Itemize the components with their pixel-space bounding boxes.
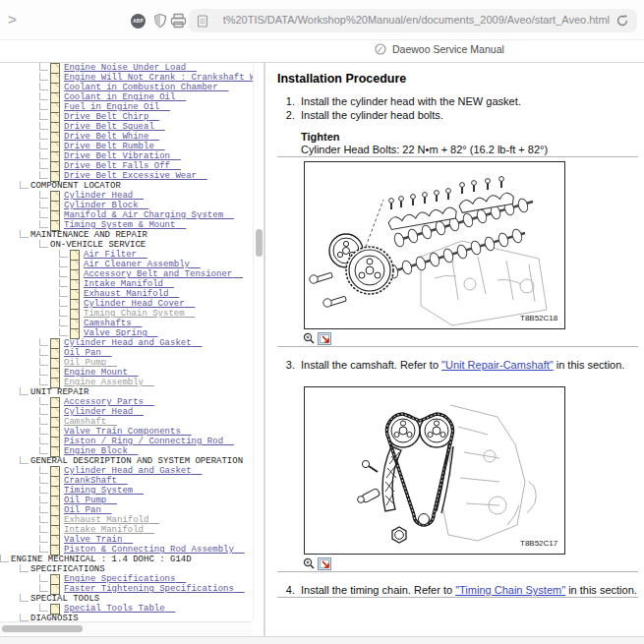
tree-link[interactable]: Cylinder Head and Gasket <box>64 338 202 348</box>
tree-link[interactable]: Oil Pump <box>64 358 117 368</box>
tree-link[interactable]: Cylinder Head Cover <box>84 299 195 309</box>
tree-link[interactable]: Timing System & Mount <box>64 220 186 230</box>
tree-branch-label[interactable]: COMPONENT LOCATOR <box>30 181 121 191</box>
tree-link[interactable]: Oil Pump <box>64 496 117 505</box>
tree-link[interactable]: Valve Train Components <box>64 427 192 437</box>
tree-link[interactable]: Drive Belt Rumble <box>64 142 165 151</box>
tree-branch-label[interactable]: GENERAL DESCRIPTION AND SYSTEM OPERATION <box>30 456 243 466</box>
step-number: 4. <box>280 583 295 597</box>
tree-link[interactable]: Engine Mount <box>64 368 139 378</box>
tree-connector <box>39 191 48 199</box>
tree-link[interactable]: Engine Will Not Crank : Crankshaft Wil <box>64 73 253 83</box>
tree-link[interactable]: Cylinder Head <box>64 407 144 417</box>
tree-link[interactable]: Special Tools Table <box>64 604 175 614</box>
document-icon <box>50 584 60 595</box>
tree-link[interactable]: Coolant in Engine Oil <box>64 92 186 102</box>
tree-link[interactable]: Valve Train <box>64 535 133 545</box>
timing-chain-system-link[interactable]: "Timing Chain System" <box>455 584 565 596</box>
tree-row: COMPONENT LOCATOR <box>0 181 253 191</box>
tree-link[interactable]: Fuel in Engine Oil <box>64 102 170 112</box>
tree-row: Oil Pump <box>0 496 253 505</box>
tree-link[interactable]: Intake Manifold <box>64 525 154 535</box>
unit-repair-camshaft-link[interactable]: "Unit Repair-Camshaft" <box>441 359 554 371</box>
tree-branch-label[interactable]: ENGINE MECHNICAL : 1.4 DOHC : G14D <box>11 555 192 564</box>
shield-icon[interactable] <box>152 13 168 29</box>
tree-branch-label[interactable]: ON-VEHICLE SERVICE <box>50 240 146 250</box>
reload-icon[interactable] <box>615 14 629 28</box>
timing-chain-figure-image: T8B52C17 <box>305 387 564 554</box>
tree-row: Camshaft <box>0 417 253 427</box>
tree-link[interactable]: Oil Pan <box>64 505 112 515</box>
tree-link[interactable]: Piston & Connecting Rod Assembly <box>64 545 245 555</box>
tree-link[interactable]: Engine Specifications <box>64 574 186 584</box>
tree-row: Camshafts <box>0 319 253 328</box>
tree-connector <box>39 545 48 553</box>
tree-row: CrankShaft <box>0 476 253 486</box>
tree-connector <box>39 112 48 120</box>
tree-link[interactable]: Manifold & Air Charging System <box>64 210 234 220</box>
tree-row: Oil Pan <box>0 505 253 515</box>
adblock-icon[interactable]: ABP <box>131 14 146 29</box>
vertical-scrollbar-thumb[interactable] <box>256 229 263 257</box>
tree-link[interactable]: Cylinder Head and Gasket <box>64 466 202 476</box>
tree-connector <box>39 378 48 385</box>
tree-link[interactable]: Exhaust Manifold <box>64 515 159 525</box>
tree-link[interactable]: Air Filter <box>84 250 147 260</box>
tree-branch-label[interactable]: SPECIFICATIONS <box>30 564 105 574</box>
open-image-icon[interactable] <box>318 332 332 346</box>
zoom-in-icon[interactable] <box>303 332 315 345</box>
tree-branch-label[interactable]: SPECIAL TOOLS <box>30 594 99 604</box>
tree-row: Drive Belt Falls Off <box>0 161 253 171</box>
tree-connector <box>39 476 48 484</box>
address-bar[interactable]: t%20TIS/DATA/Workshop%20Manual/en/docume… <box>189 9 637 32</box>
tree-link[interactable]: Drive Belt Vibration <box>64 151 181 161</box>
tree-connector <box>20 594 29 602</box>
tree-branch-label[interactable]: UNIT REPAIR <box>30 387 88 397</box>
tree-link[interactable]: Air Cleaner Assembly <box>84 260 201 269</box>
tree-row: Intake Manifold <box>0 525 253 535</box>
tree-row: GENERAL DESCRIPTION AND SYSTEM OPERATION <box>0 456 253 466</box>
tree-link[interactable]: Accessory Parts <box>64 397 154 407</box>
sidebar-horizontal-scrollbar[interactable] <box>0 621 252 635</box>
frame-divider[interactable] <box>263 63 265 637</box>
tree-link[interactable]: Engine Block <box>64 446 139 456</box>
open-image-icon[interactable] <box>318 557 332 571</box>
zoom-in-icon[interactable] <box>303 557 315 570</box>
tree-link[interactable]: Camshafts <box>84 319 142 328</box>
tree-link[interactable]: Oil Pan <box>64 348 112 358</box>
tree-connector <box>39 132 48 140</box>
tree-connector <box>39 368 48 376</box>
tree-row: Air Cleaner Assembly <box>0 260 253 269</box>
tree-link[interactable]: Piston / Ring / Connecting Rod <box>64 437 234 446</box>
horizontal-scrollbar-thumb[interactable] <box>2 625 83 632</box>
tree-link[interactable]: Coolant in Combustion Chamber <box>64 83 228 92</box>
chevron-right-icon[interactable]: > <box>8 11 17 29</box>
step-text: Install the timing chain. Refer to "Timi… <box>301 583 637 597</box>
tree-row: Drive Belt Rumble <box>0 142 253 151</box>
tree-connector <box>39 525 48 533</box>
tree-link[interactable]: Timing System <box>64 486 144 496</box>
tree-link[interactable]: Intake Manifold <box>84 279 174 289</box>
tree-connector <box>39 358 48 366</box>
tree-link[interactable]: Drive Belt Excessive Wear <box>64 171 207 181</box>
tree-link[interactable]: Drive Belt Whine <box>64 132 159 142</box>
tree-branch-label[interactable]: MAINTENANCE AND REPAIR <box>30 230 147 240</box>
tree-link[interactable]: Cylinder Head <box>64 191 144 201</box>
tree-link[interactable]: Engine Noise Under Load <box>64 63 197 73</box>
tree-connector <box>59 269 68 277</box>
tree-link[interactable]: Timing Chain System <box>84 309 195 319</box>
tree-link[interactable]: Drive Belt Falls Off <box>64 161 181 171</box>
tree-link[interactable]: Faster Tightening Specifications <box>64 584 245 594</box>
tree-connector <box>20 181 29 189</box>
tree-link[interactable]: Camshaft <box>64 417 117 427</box>
tree-link[interactable]: Accessory Belt and Tensioner <box>84 269 243 279</box>
tree-link[interactable]: Drive Belt Squeal <box>64 122 165 132</box>
tree-link[interactable]: Valve Spring <box>84 328 158 338</box>
tree-row: Piston / Ring / Connecting Rod <box>0 437 253 446</box>
tree-link[interactable]: Cylinder Block <box>64 201 148 210</box>
tree-link[interactable]: CrankShaft <box>64 476 128 486</box>
tree-link[interactable]: Exhaust Manifold <box>84 289 179 299</box>
tree-link[interactable]: Engine Assembly <box>64 378 154 387</box>
print-icon[interactable] <box>170 13 187 29</box>
tree-link[interactable]: Drive Belt Chirp <box>64 112 159 122</box>
